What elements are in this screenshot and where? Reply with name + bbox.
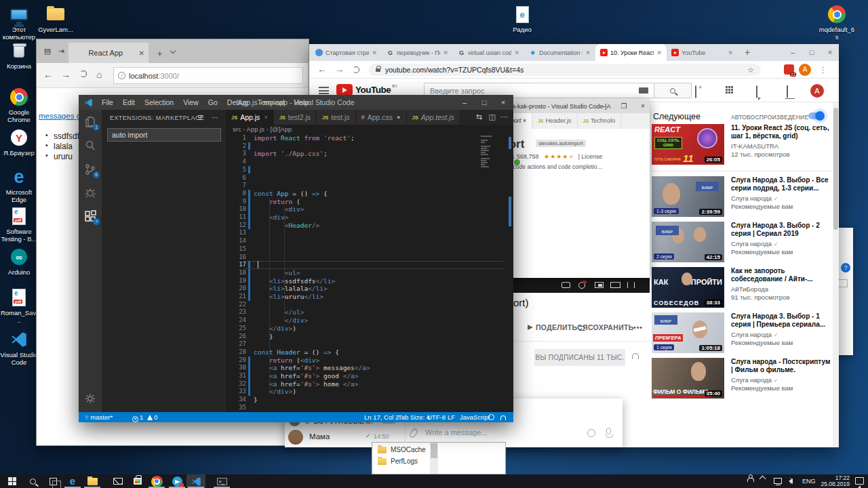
video-title[interactable]: 11. Уроки React JS (соц. сеть, шаг 1, вё… [731, 124, 833, 140]
sidebar-more-icon[interactable]: ⋯ [212, 114, 218, 121]
chrome-tab-5[interactable]: 10. Уроки React JS✕ [595, 44, 667, 61]
menu-terminal[interactable]: Terminal [253, 98, 290, 106]
editor-tab-App.css[interactable]: #App.css● [356, 110, 407, 125]
video-list-item[interactable]: REACTСОЦ. СЕТЬGRIDПУТЬ САМУРАЯ1126:0511.… [652, 124, 833, 167]
git-branch-indicator[interactable]: ⑂ master* [85, 412, 113, 422]
start-button[interactable] [3, 474, 22, 488]
theater-mode-icon[interactable] [610, 282, 620, 288]
open-changes-icon[interactable]: ⇆ [476, 113, 482, 121]
taskbar-telegram-icon[interactable] [167, 474, 186, 488]
chrome-scrollbar[interactable] [833, 102, 839, 447]
chrome-tab-close-icon[interactable]: ✕ [372, 49, 377, 56]
edge-tab-close-icon[interactable]: ✕ [139, 49, 144, 57]
chrome-close-button[interactable]: × [821, 44, 839, 61]
video-title[interactable]: Как не запороть собеседование / Айти-... [731, 267, 833, 283]
desktop-icon-software-testing-pdf[interactable]: epdfSoftware Testing - B... [0, 206, 38, 243]
editor-tab-test2.js[interactable]: JStest2.js [274, 110, 317, 125]
player-settings-icon[interactable] [578, 282, 585, 289]
video-title[interactable]: Слуга Народа 3. Выбор - Все серии подряд… [731, 176, 833, 192]
youtube-search-button[interactable] [654, 83, 692, 98]
chrome-forward-icon[interactable]: → [335, 64, 344, 75]
status-item[interactable]: Ln 17, Col 2 [364, 412, 399, 422]
desktop-icon-gyverlam-folder[interactable]: GyverLam... [37, 4, 75, 34]
video-list-item[interactable]: ФИЛЬМ О ФИЛЬМЕ35:40Слуга народа - Постск… [652, 358, 833, 401]
chrome-tab-close-icon[interactable]: ✕ [443, 49, 448, 56]
extension-icon[interactable]: 21 [784, 64, 794, 75]
video-channel[interactable]: IT-KAMASUTRA [731, 142, 778, 150]
explorer-icon[interactable]: 1 [83, 115, 97, 129]
chrome-new-tab-button[interactable]: + [738, 44, 756, 61]
task-view-icon[interactable] [43, 474, 62, 488]
chrome-tab-3[interactable]: Gvirtual usian code -✕ [453, 44, 524, 61]
settings-gear-icon[interactable] [83, 392, 97, 405]
more-actions-button[interactable]: ••• [633, 323, 643, 331]
code-area[interactable]: 1import React from 'react';23import './A… [226, 134, 513, 412]
emoji-icon[interactable] [587, 429, 595, 437]
taskbar-edge-icon[interactable]: e [63, 474, 82, 488]
chrome-tab-1[interactable]: Стартовая страниц✕ [311, 44, 382, 61]
chrome-maximize-button[interactable]: □ [803, 44, 821, 61]
folder-item-PerfLogs[interactable]: PerfLogs [378, 458, 418, 465]
desktop-icon-yandex-browser[interactable]: YЯ.Браузер [0, 127, 38, 157]
edge-set-aside-icon[interactable]: ⇥ [54, 45, 68, 57]
tray-network-icon[interactable] [774, 474, 782, 488]
popup-scrollbar[interactable] [430, 443, 438, 474]
edge-tab-react-app[interactable]: React App ✕ [68, 43, 149, 63]
clear-extensions-search-icon[interactable]: ☰ [197, 114, 203, 121]
desktop-icon-recycle-bin[interactable]: Корзина [0, 41, 38, 70]
vscl-restore-button[interactable]: ❐ [616, 100, 632, 113]
menu-help[interactable]: Help [289, 98, 313, 106]
menu-view[interactable]: View [178, 98, 203, 106]
youtube-notifications-icon[interactable] [787, 86, 788, 98]
video-channel[interactable]: АйТиБорода [731, 285, 768, 293]
minimap[interactable] [481, 136, 501, 171]
taskbar-chrome-icon[interactable] [147, 474, 166, 488]
tray-hidden-icons-chevron[interactable] [760, 474, 765, 488]
fullscreen-icon[interactable] [627, 282, 635, 288]
taskbar-search-icon[interactable] [23, 474, 42, 488]
edge-info-icon[interactable]: i [118, 72, 125, 79]
status-item[interactable]: UTF-8 [427, 412, 446, 422]
subtitles-icon[interactable] [561, 282, 570, 288]
keyboard-icon[interactable] [639, 87, 648, 94]
vscode-maximize-button[interactable]: □ [475, 95, 494, 110]
vscode-close-button[interactable]: × [494, 95, 513, 110]
editor-more-icon[interactable]: ⋯ [500, 113, 508, 121]
feedback-smiley-icon[interactable] [488, 412, 494, 422]
desktop-icon-this-pc[interactable]: Этот компьютер [0, 4, 38, 41]
vscl-tab-2[interactable]: JSHeader.js [532, 113, 578, 129]
video-channel[interactable]: Слуга народа ✓ [731, 331, 778, 338]
youtube-logo[interactable]: YouTube BY [336, 84, 397, 96]
taskbar-explorer-icon[interactable] [83, 474, 102, 488]
tray-language[interactable]: ENG [802, 474, 816, 488]
menu-edit[interactable]: Edit [118, 98, 140, 106]
video-list-item[interactable]: КАКПРОЙТИСОБЕСЕДОВ38:33Как не запороть с… [652, 267, 833, 310]
youtube-create-icon[interactable] [695, 86, 696, 98]
taskbar-store-icon[interactable] [128, 474, 147, 488]
edge-forward-icon[interactable]: → [61, 69, 71, 80]
notifications-bell-icon[interactable] [500, 412, 506, 422]
bookmark-star-icon[interactable]: ☆ [747, 66, 754, 75]
autoplay-toggle[interactable] [808, 113, 823, 119]
debug-icon[interactable] [83, 186, 97, 199]
desktop-icon-mqdefault-image[interactable]: mqdefault_6s [818, 4, 856, 41]
editor-tab-test.js[interactable]: JStest.js [317, 110, 356, 125]
miniplayer-icon[interactable] [595, 282, 604, 288]
microphone-icon[interactable] [606, 428, 611, 434]
subscribed-button[interactable]: ВЫ ПОДПИСАНЫ 11 ТЫС. [534, 349, 625, 366]
chrome-tab-close-icon[interactable]: ✕ [656, 49, 662, 56]
youtube-apps-icon[interactable] [726, 86, 734, 94]
save-button[interactable]: СОХРАНИТЬ [579, 323, 634, 331]
chrome-minimize-button[interactable]: – [784, 44, 802, 61]
youtube-messages-icon[interactable] [756, 86, 757, 98]
tab-close-icon[interactable]: × [264, 114, 267, 121]
search-icon[interactable] [83, 139, 97, 152]
vscl-close-button[interactable]: × [635, 100, 650, 113]
folder-item-MSOCache[interactable]: MSOCache [378, 446, 426, 453]
menu-go[interactable]: Go [203, 98, 222, 106]
video-channel[interactable]: Слуга народа ✓ [731, 195, 778, 202]
status-item[interactable]: Tab Size: 4 [398, 412, 430, 422]
chrome-tab-close-icon[interactable]: ✕ [585, 49, 591, 56]
message-input[interactable]: Write a message... [425, 428, 488, 436]
chrome-tab-6[interactable]: YouTube✕ [667, 44, 738, 61]
